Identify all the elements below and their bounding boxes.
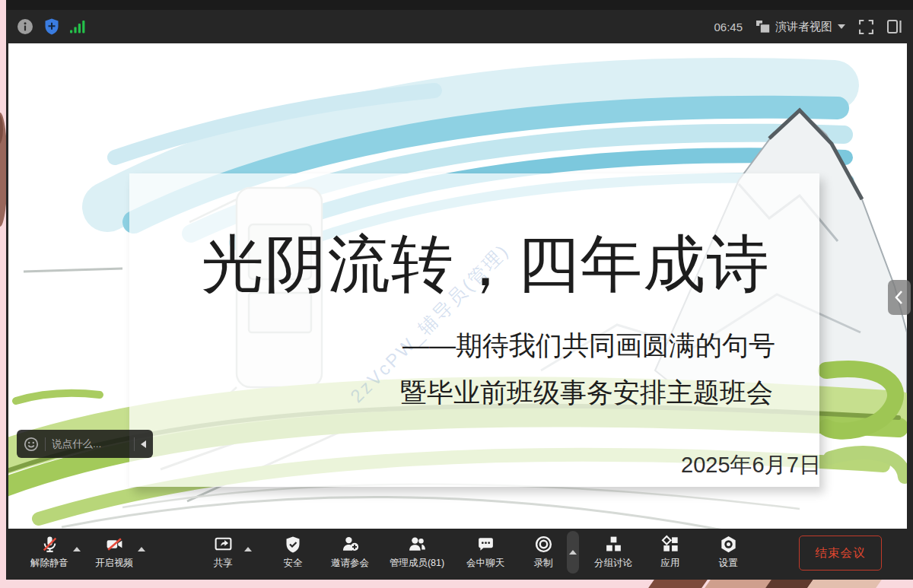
layout-view-icon (756, 21, 770, 33)
info-icon[interactable] (17, 18, 33, 35)
tool-label: 安全 (284, 557, 303, 570)
slide-subtitle-1: ——期待我们共同画圆满的句号 (402, 328, 775, 364)
divider (134, 437, 135, 451)
shield-check-icon (284, 534, 302, 555)
apps-grid-icon (661, 534, 680, 555)
share-options-arrow[interactable] (244, 547, 252, 551)
divider (45, 437, 46, 451)
end-meeting-button[interactable]: 结束会议 (799, 536, 882, 571)
start-video-button[interactable]: 开启视频 (76, 529, 152, 580)
window-top-edge (6, 0, 913, 10)
tool-label: 共享 (214, 557, 233, 570)
shield-plus-icon[interactable] (44, 18, 59, 35)
share-screen-icon (214, 534, 233, 555)
meeting-window: 06:45 演讲者视图 (6, 0, 913, 580)
share-button[interactable]: 共享 (185, 529, 261, 580)
camera-slash-icon (105, 534, 124, 555)
chevron-down-icon (838, 24, 845, 29)
collapse-left-icon[interactable] (141, 440, 146, 448)
tool-label: 会中聊天 (466, 557, 504, 570)
tool-label: 录制 (534, 557, 553, 570)
tool-label: 邀请参会 (331, 557, 369, 570)
slide-title: 光阴流转，四年成诗 (201, 223, 769, 307)
wallpaper-artwork (648, 580, 708, 588)
person-add-icon (341, 534, 360, 555)
wallpaper-artwork (807, 580, 882, 588)
shared-slide-area: 2zVcPW_辅导员(管理) 光阴流转，四年成诗 ——期待我们共同画圆满的句号 … (8, 43, 907, 529)
meeting-toolbar: 解除静音 开启视频 共享 安全 邀请参会 (6, 529, 913, 580)
settings-gear-icon (719, 534, 738, 555)
network-signal-icon[interactable] (70, 20, 86, 33)
slide-subtitle-2: 暨毕业前班级事务安排主题班会 (400, 375, 773, 411)
tool-label: 管理成员(81) (390, 557, 444, 570)
tool-label: 开启视频 (95, 557, 133, 570)
tool-label: 设置 (719, 557, 738, 570)
chat-input[interactable]: 说点什么... (52, 437, 128, 451)
meeting-topbar: 06:45 演讲者视图 (6, 10, 913, 43)
video-options-arrow[interactable] (138, 547, 145, 551)
smiley-icon[interactable] (24, 437, 39, 452)
tool-label: 应用 (661, 557, 680, 570)
tool-label: 分组讨论 (594, 557, 632, 570)
microphone-slash-icon (40, 534, 59, 555)
wallpaper-artwork (765, 580, 813, 588)
fullscreen-icon[interactable] (859, 20, 873, 34)
settings-button[interactable]: 设置 (690, 529, 766, 580)
meeting-timer: 06:45 (714, 21, 743, 33)
breakout-squares-icon (604, 534, 623, 555)
manage-members-button[interactable]: 管理成员(81) (375, 529, 459, 580)
collapse-panel-handle[interactable] (888, 280, 911, 315)
side-panel-icon[interactable] (887, 20, 902, 33)
view-mode-label: 演讲者视图 (775, 20, 832, 34)
slide-date: 2025年6月7日 (681, 450, 821, 481)
record-circle-icon (534, 534, 553, 555)
chat-bubble-icon (476, 534, 495, 555)
people-icon (408, 534, 427, 555)
quick-chat-bar[interactable]: 说点什么... (17, 430, 153, 458)
tool-label: 解除静音 (30, 557, 68, 570)
view-mode-selector[interactable]: 演讲者视图 (756, 20, 845, 34)
